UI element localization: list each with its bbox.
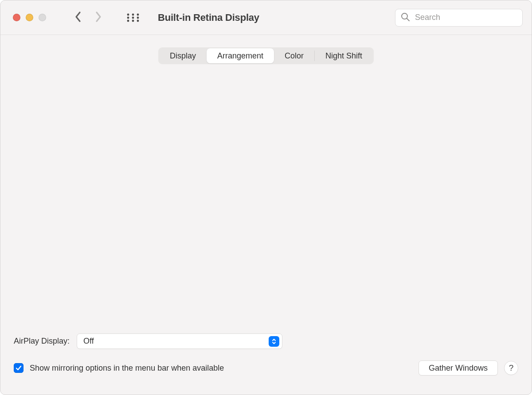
- airplay-value: Off: [83, 337, 94, 346]
- tab-color[interactable]: Color: [274, 48, 314, 63]
- tab-night-shift[interactable]: Night Shift: [315, 48, 373, 63]
- airplay-label: AirPlay Display:: [14, 337, 70, 346]
- content-panel: To rearrange the displays, drag them to …: [14, 55, 518, 322]
- zoom-button[interactable]: [39, 14, 46, 21]
- search-input[interactable]: [395, 9, 523, 27]
- svg-point-1: [132, 13, 134, 15]
- mirror-displays-label: Mirror Displays: [55, 299, 108, 308]
- display-1[interactable]: [175, 172, 237, 206]
- nav-arrows: [74, 11, 102, 25]
- show-mirroring-label: Show mirroring options in the menu bar w…: [30, 364, 224, 373]
- forward-button[interactable]: [95, 11, 102, 25]
- display-2[interactable]: [236, 167, 360, 237]
- updown-chevron-icon: [269, 336, 279, 347]
- traffic-lights: [13, 14, 46, 21]
- svg-point-6: [127, 19, 129, 22]
- svg-point-3: [127, 16, 129, 19]
- window-title: Built-in Retina Display: [158, 12, 259, 23]
- svg-point-5: [137, 16, 139, 19]
- tab-bar: Display Arrangement Color Night Shift: [158, 47, 374, 64]
- footer-row: Show mirroring options in the menu bar w…: [14, 360, 518, 376]
- tab-label: Color: [285, 51, 304, 61]
- svg-point-7: [132, 19, 134, 22]
- svg-point-4: [132, 16, 134, 19]
- svg-point-0: [127, 13, 129, 15]
- arrangement-area[interactable]: [39, 113, 493, 290]
- back-button[interactable]: [74, 11, 82, 25]
- airplay-row: AirPlay Display: Off: [14, 333, 518, 349]
- instruction-line: To rearrange the displays, drag them to …: [39, 84, 493, 96]
- tab-arrangement[interactable]: Arrangement: [207, 48, 274, 63]
- show-all-button[interactable]: [127, 13, 139, 22]
- titlebar: Built-in Retina Display: [0, 0, 532, 35]
- search-wrap: [395, 9, 523, 27]
- show-mirroring-checkbox[interactable]: [14, 363, 23, 373]
- close-button[interactable]: [13, 14, 20, 21]
- minimize-button[interactable]: [26, 14, 33, 21]
- svg-point-8: [137, 19, 139, 22]
- preferences-window: Built-in Retina Display Display Arrangem…: [0, 0, 532, 395]
- instruction-line: To relocate the menu bar, drag it to a d…: [39, 96, 493, 107]
- tab-display[interactable]: Display: [159, 48, 207, 63]
- tab-label: Night Shift: [325, 51, 362, 61]
- tab-label: Arrangement: [217, 51, 263, 61]
- airplay-popup[interactable]: Off: [77, 333, 282, 349]
- instructions: To rearrange the displays, drag them to …: [14, 74, 518, 113]
- tab-label: Display: [170, 51, 196, 61]
- help-label: ?: [509, 363, 514, 373]
- svg-point-2: [137, 13, 139, 15]
- button-label: Gather Windows: [429, 364, 488, 373]
- gather-windows-button[interactable]: Gather Windows: [419, 360, 498, 376]
- menu-bar-indicator[interactable]: [175, 167, 237, 172]
- help-button[interactable]: ?: [504, 361, 518, 375]
- tabs-row: Display Arrangement Color Night Shift: [0, 47, 532, 64]
- mirror-displays-checkbox[interactable]: [39, 298, 49, 308]
- mirror-row: Mirror Displays: [14, 290, 518, 321]
